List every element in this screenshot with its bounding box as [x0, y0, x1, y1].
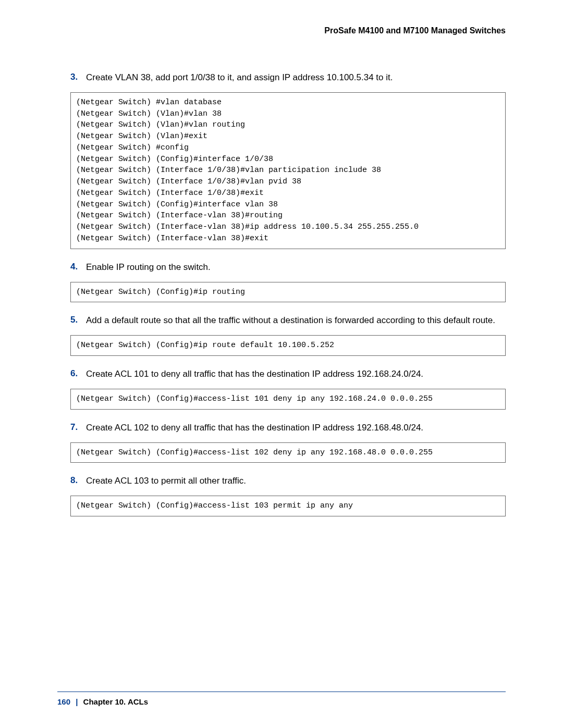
- step-number: 7.: [70, 422, 86, 434]
- step-7: 7. Create ACL 102 to deny all traffic th…: [57, 422, 506, 434]
- code-block: (Netgear Switch) (Config)#ip route defau…: [70, 335, 506, 356]
- code-block: (Netgear Switch) (Config)#access-list 10…: [70, 442, 506, 463]
- step-text: Create ACL 102 to deny all traffic that …: [86, 422, 506, 434]
- step-number: 6.: [70, 368, 86, 380]
- step-6: 6. Create ACL 101 to deny all traffic th…: [57, 368, 506, 380]
- page-header: ProSafe M4100 and M7100 Managed Switches: [57, 26, 506, 35]
- step-8: 8. Create ACL 103 to permit all other tr…: [57, 475, 506, 487]
- step-number: 8.: [70, 475, 86, 487]
- step-number: 3.: [70, 72, 86, 84]
- step-4: 4. Enable IP routing on the switch.: [57, 262, 506, 274]
- code-block: (Netgear Switch) (Config)#access-list 10…: [70, 496, 506, 516]
- step-text: Create VLAN 38, add port 1/0/38 to it, a…: [86, 72, 506, 84]
- page-footer: 160 | Chapter 10. ACLs: [57, 692, 506, 706]
- step-text: Enable IP routing on the switch.: [86, 262, 506, 274]
- document-page: ProSafe M4100 and M7100 Managed Switches…: [0, 0, 563, 728]
- step-text: Add a default route so that all the traf…: [86, 315, 506, 327]
- step-text: Create ACL 103 to permit all other traff…: [86, 475, 506, 487]
- step-number: 4.: [70, 262, 86, 274]
- step-3: 3. Create VLAN 38, add port 1/0/38 to it…: [57, 72, 506, 84]
- step-5: 5. Add a default route so that all the t…: [57, 315, 506, 327]
- code-block: (Netgear Switch) #vlan database (Netgear…: [70, 92, 506, 249]
- page-number: 160: [57, 697, 70, 706]
- chapter-label: Chapter 10. ACLs: [83, 697, 148, 706]
- step-text: Create ACL 101 to deny all traffic that …: [86, 368, 506, 380]
- code-block: (Netgear Switch) (Config)#access-list 10…: [70, 389, 506, 410]
- footer-separator: |: [76, 697, 78, 706]
- code-block: (Netgear Switch) (Config)#ip routing: [70, 282, 506, 303]
- step-number: 5.: [70, 315, 86, 327]
